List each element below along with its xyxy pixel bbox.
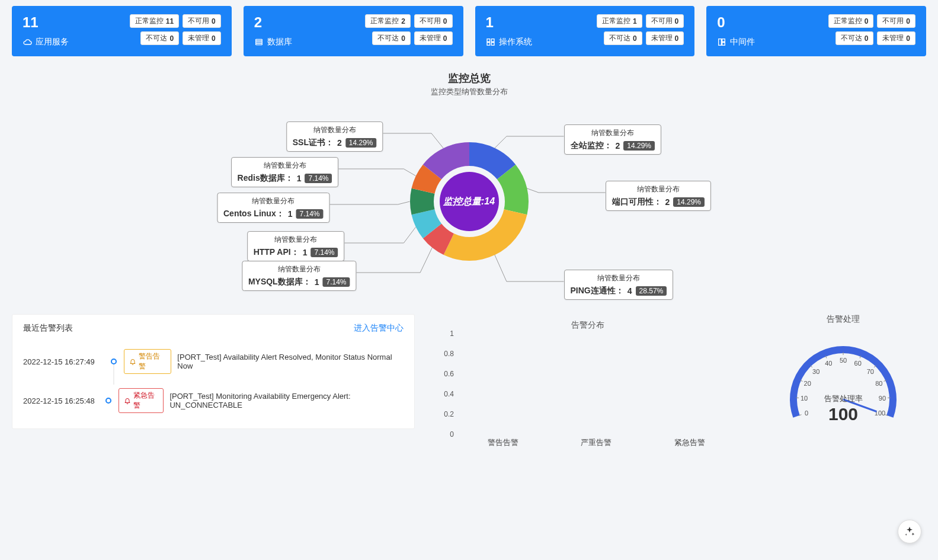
status-tag[interactable]: 不可达 0 [140, 31, 179, 45]
bell-icon [129, 358, 136, 365]
alert-level-tag: 警告告警 [124, 349, 171, 374]
pie-label[interactable]: 纳管数量分布 全站监控：214.29% [564, 124, 662, 155]
y-tick: 0.8 [438, 350, 454, 358]
cloud-icon [23, 37, 32, 47]
overview-title: 监控总览 [12, 71, 926, 85]
status-tag[interactable]: 不可达 0 [604, 31, 642, 45]
pie-label[interactable]: 纳管数量分布 Redis数据库：17.14% [231, 157, 339, 187]
card-tags: 正常监控 11 不可用 0 不可达 0 未管理 0 [120, 14, 221, 45]
gauge-tick: 40 [825, 360, 832, 367]
gauge-label: 告警处理率 [824, 393, 863, 404]
alert-message: [PORT_Test] Monitoring Availability Emer… [169, 392, 404, 409]
status-tag[interactable]: 不可达 0 [835, 31, 874, 45]
x-tick: 紧急告警 [674, 437, 705, 448]
alert-time: 2022-12-15 16:25:48 [23, 396, 99, 405]
x-tick: 严重告警 [581, 437, 612, 448]
gauge-tick: 50 [840, 357, 847, 364]
card-name: 操作系统 [499, 37, 532, 47]
gauge-tick: 30 [812, 368, 819, 375]
alert-row[interactable]: 2022-12-15 16:25:48 紧急告警 [PORT_Test] Mon… [23, 381, 404, 420]
alert-distribution-panel: 告警分布 00.20.40.60.81 警告告警严重告警紧急告警 [427, 314, 748, 448]
alerts-title: 最近告警列表 [23, 323, 73, 334]
x-tick: 警告告警 [488, 437, 518, 448]
svg-rect-8 [722, 39, 725, 42]
pie-label[interactable]: 纳管数量分布 Centos Linux：17.14% [217, 193, 330, 223]
card-app-services[interactable]: 11 应用服务 正常监控 11 不可用 0 不可达 0 未管理 0 [12, 6, 232, 56]
y-tick: 0 [438, 430, 454, 439]
card-name: 中间件 [730, 37, 755, 47]
svg-point-10 [440, 172, 499, 231]
svg-rect-3 [487, 39, 490, 42]
status-tag[interactable]: 未管理 0 [646, 31, 684, 45]
svg-rect-6 [491, 43, 494, 46]
alert-level-tag: 紧急告警 [119, 388, 164, 413]
alert-time: 2022-12-15 16:27:49 [23, 357, 104, 366]
y-tick: 0.6 [438, 370, 454, 378]
alert-list: 2022-12-15 16:27:49 警告告警 [PORT_Test] Ava… [23, 342, 404, 420]
gauge-tick: 0 [805, 409, 808, 417]
gauge-tick: 60 [854, 360, 862, 367]
y-tick: 0.4 [438, 390, 454, 398]
timeline-dot-icon [105, 398, 111, 404]
recent-alerts-panel: 最近告警列表 进入告警中心 2022-12-15 16:27:49 警告告警 [… [12, 314, 415, 429]
alert-row[interactable]: 2022-12-15 16:27:49 警告告警 [PORT_Test] Ava… [23, 342, 404, 381]
gauge-tick: 90 [879, 395, 886, 402]
pie-label[interactable]: 纳管数量分布 端口可用性：214.29% [606, 181, 712, 211]
pie-label[interactable]: 纳管数量分布 HTTP API：17.14% [247, 231, 345, 261]
card-count: 11 [23, 14, 69, 31]
card-os[interactable]: 1 操作系统 正常监控 1 不可用 0 不可达 0 未管理 0 [475, 6, 695, 56]
bell-icon [124, 397, 131, 404]
overview-subtitle: 监控类型纳管数量分布 [12, 87, 926, 97]
overview-section: 监控总览 监控类型纳管数量分布 监控总量:14 纳管数量分布 全站监控：214.… [12, 65, 926, 314]
status-tag[interactable]: 正常监控 1 [597, 14, 642, 28]
status-tag[interactable]: 正常监控 0 [828, 14, 874, 28]
status-tag[interactable]: 未管理 0 [183, 31, 221, 45]
alert-message: [PORT_Test] Availability Alert Resolved,… [177, 353, 404, 370]
card-name: 数据库 [267, 37, 292, 47]
gauge-value: 100 [824, 404, 863, 424]
card-name: 应用服务 [36, 37, 69, 47]
status-tag[interactable]: 不可用 0 [877, 14, 915, 28]
svg-rect-0 [255, 39, 262, 41]
card-count: 0 [717, 14, 755, 31]
status-tag[interactable]: 不可用 0 [183, 14, 221, 28]
status-tag[interactable]: 正常监控 11 [130, 14, 179, 28]
gauge-panel: 告警处理 0102030405060708090100 告警处理率 100 [760, 314, 926, 441]
gauge-chart[interactable]: 0102030405060708090100 告警处理率 100 [778, 328, 908, 441]
database-icon [254, 37, 264, 47]
card-count: 2 [254, 14, 292, 31]
pie-label[interactable]: 纳管数量分布 SSL证书：214.29% [286, 121, 383, 152]
card-middleware[interactable]: 0 中间件 正常监控 0 不可用 0 不可达 0 未管理 0 [706, 6, 926, 56]
timeline-dot-icon [111, 359, 117, 364]
middleware-icon [717, 37, 726, 47]
status-tag[interactable]: 未管理 0 [414, 31, 453, 45]
gauge-tick: 70 [867, 368, 874, 375]
y-tick: 1 [438, 329, 454, 338]
status-tag[interactable]: 不可达 0 [372, 31, 411, 45]
svg-rect-4 [491, 39, 494, 42]
gauge-title: 告警处理 [760, 314, 926, 325]
card-count: 1 [486, 14, 532, 31]
y-tick: 0.2 [438, 410, 454, 418]
dist-title: 告警分布 [438, 320, 737, 331]
svg-rect-7 [719, 39, 722, 46]
status-tag[interactable]: 不可用 0 [646, 14, 684, 28]
pie-label[interactable]: 纳管数量分布 PING连通性：428.57% [564, 270, 674, 300]
status-tag[interactable]: 正常监控 2 [365, 14, 411, 28]
card-database[interactable]: 2 数据库 正常监控 2 不可用 0 不可达 0 未管理 0 [244, 6, 463, 56]
svg-rect-2 [255, 43, 262, 45]
gauge-tick: 10 [801, 395, 808, 402]
pie-label[interactable]: 纳管数量分布 MYSQL数据库：17.14% [242, 261, 357, 291]
gauge-tick: 100 [875, 409, 885, 417]
svg-rect-1 [255, 41, 262, 43]
summary-cards: 11 应用服务 正常监控 11 不可用 0 不可达 0 未管理 0 2 数据库 [12, 6, 926, 56]
gauge-tick: 20 [804, 380, 811, 387]
gauge-tick: 80 [875, 380, 882, 387]
alerts-link[interactable]: 进入告警中心 [354, 323, 404, 334]
svg-rect-5 [487, 43, 490, 46]
os-icon [486, 37, 495, 47]
status-tag[interactable]: 未管理 0 [877, 31, 915, 45]
status-tag[interactable]: 不可用 0 [414, 14, 453, 28]
dist-chart[interactable]: 00.20.40.60.81 [456, 334, 737, 435]
donut-chart[interactable]: 监控总量:14 纳管数量分布 全站监控：214.29%纳管数量分布 端口可用性：… [12, 101, 926, 302]
